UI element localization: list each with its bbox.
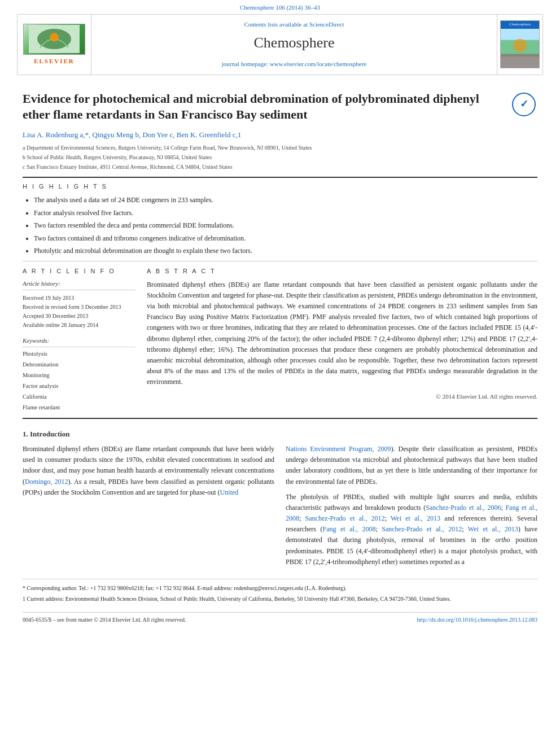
keyword-2: Debromination xyxy=(23,360,135,370)
article-title-text: Evidence for photochemical and microbial… xyxy=(23,91,479,122)
highlights-section: H I G H L I G H T S The analysis used a … xyxy=(23,182,537,256)
crossmark-icon: ✓ xyxy=(512,93,536,116)
highlights-divider xyxy=(23,261,537,261)
journal-header-center: Contents lists available at ScienceDirec… xyxy=(91,15,497,74)
highlight-item-4: Two factors contained di and tribromo co… xyxy=(34,233,537,244)
keyword-1: Photolysis xyxy=(23,349,135,360)
sanchez-prado-2006-ref[interactable]: Sanchez-Prado et al., 2006 xyxy=(426,504,501,512)
abstract-heading: A B S T R A C T xyxy=(147,267,537,276)
footnote-1-text: * Corresponding author. Tel.: +1 732 932… xyxy=(23,585,347,591)
abstract-col: A B S T R A C T Brominated diphenyl ethe… xyxy=(147,267,537,413)
keyword-6: Flame retardant xyxy=(23,403,135,413)
introduction-section: 1. Introduction Brominated diphenyl ethe… xyxy=(23,429,537,572)
svg-point-2 xyxy=(50,33,59,42)
highlight-item-2: Factor analysis resolved five factors. xyxy=(34,207,537,219)
journal-cover: Chemosphere xyxy=(497,15,542,74)
footnote-2-text: 1 Current address: Environmental Health … xyxy=(23,596,451,602)
abstract-divider xyxy=(23,418,537,419)
received-date: Received 19 July 2013 xyxy=(23,294,135,303)
elsevier-logo-area: ELSEVIER xyxy=(18,15,91,74)
journal-homepage-link[interactable]: journal homepage: www.elsevier.com/locat… xyxy=(222,60,366,68)
issn-line: 0045-6535/$ – see front matter © 2014 El… xyxy=(23,616,186,624)
affiliation-a: a Department of Environmental Sciences, … xyxy=(23,143,537,152)
body-left-col: Brominated diphenyl ethers (BDEs) are fl… xyxy=(23,444,274,572)
footnote-2: 1 Current address: Environmental Health … xyxy=(23,595,537,603)
aff-a-text: a Department of Environmental Sciences, … xyxy=(23,143,312,152)
affiliations: a Department of Environmental Sciences, … xyxy=(23,143,537,171)
keyword-3: Monitoring xyxy=(23,370,135,381)
available-online-date: Available online 28 January 2014 xyxy=(23,321,135,330)
intro-right-p2: The photolysis of PBDEs, studied with mu… xyxy=(286,492,537,567)
main-content: Evidence for photochemical and microbial… xyxy=(0,75,560,635)
authors-line: Lisa A. Rodenburg a,*, Qingyu Meng b, Do… xyxy=(23,130,537,140)
nations-env-ref[interactable]: Nations Environment Program, 2009 xyxy=(286,445,391,453)
aff-c-text: c San Francisco Estuary Institute, 4911 … xyxy=(23,163,233,171)
fang-2008-ref2[interactable]: Fang et al., 2008 xyxy=(323,525,376,533)
science-direct-text[interactable]: Contents lists available at ScienceDirec… xyxy=(244,20,344,29)
info-abstract-section: A R T I C L E I N F O Article history: R… xyxy=(23,267,537,413)
elsevier-image xyxy=(23,24,85,55)
svg-point-6 xyxy=(513,39,527,53)
abstract-text: Brominated diphenyl ethers (BDEs) are fl… xyxy=(147,279,537,388)
keywords-label: Keywords: xyxy=(23,337,135,347)
crossmark-badge[interactable]: ✓ xyxy=(510,91,537,118)
affiliation-c: c San Francisco Estuary Institute, 4911 … xyxy=(23,163,537,171)
body-right-col: Nations Environment Program, 2009). Desp… xyxy=(286,444,537,572)
copyright-line: © 2014 Elsevier Ltd. All rights reserved… xyxy=(147,392,537,401)
title-divider xyxy=(23,177,537,178)
elsevier-logo: ELSEVIER xyxy=(23,24,85,65)
received-revised-date: Received in revised form 3 December 2013 xyxy=(23,303,135,312)
keyword-5: California xyxy=(23,392,135,403)
intro-heading: 1. Introduction xyxy=(23,429,537,439)
wei-2013-ref2[interactable]: Wei et al., 2013 xyxy=(468,525,518,533)
affiliation-b: b School of Public Health, Rutgers Unive… xyxy=(23,153,537,161)
footnote-1: * Corresponding author. Tel.: +1 732 932… xyxy=(23,584,537,592)
journal-ref-text: Chemosphere 106 (2014) 36–43 xyxy=(240,4,320,11)
cover-label: Chemosphere xyxy=(501,21,539,29)
journal-cover-image: Chemosphere xyxy=(500,20,540,68)
united-nations-ref[interactable]: United xyxy=(220,488,239,496)
highlights-heading: H I G H L I G H T S xyxy=(23,182,537,191)
svg-rect-5 xyxy=(500,54,539,68)
domingo-ref[interactable]: Domingo, 2012 xyxy=(25,478,68,486)
keyword-4: Factor analysis xyxy=(23,381,135,392)
bottom-bar: 0045-6535/$ – see front matter © 2014 El… xyxy=(23,612,537,624)
body-two-col: Brominated diphenyl ethers (BDEs) are fl… xyxy=(23,444,537,572)
article-title-area: Evidence for photochemical and microbial… xyxy=(23,91,537,123)
elsevier-label: ELSEVIER xyxy=(34,57,75,65)
sanchez-prado-2012-ref2[interactable]: Sanchez-Prado et al., 2012 xyxy=(382,525,462,533)
aff-b-text: b School of Public Health, Rutgers Unive… xyxy=(23,153,212,161)
highlights-list: The analysis used a data set of 24 BDE c… xyxy=(23,194,537,256)
intro-left-p1: Brominated diphenyl ethers (BDEs) are fl… xyxy=(23,444,274,498)
highlight-item-3: Two factors resembled the deca and penta… xyxy=(34,220,537,231)
article-info-col: A R T I C L E I N F O Article history: R… xyxy=(23,267,135,413)
keywords-list: Photolysis Debromination Monitoring Fact… xyxy=(23,349,135,413)
footnotes-section: * Corresponding author. Tel.: +1 732 932… xyxy=(23,579,537,603)
doi-line[interactable]: http://dx.doi.org/10.1016/j.chemosphere.… xyxy=(417,616,537,624)
sanchez-prado-2012-ref[interactable]: Sanchez-Prado et al., 2012 xyxy=(305,514,385,522)
highlight-item-5: Photolytic and microbial debromination a… xyxy=(34,245,537,256)
authors-text: Lisa A. Rodenburg a,*, Qingyu Meng b, Do… xyxy=(23,130,241,139)
article-history-label: Article history: xyxy=(23,279,135,290)
wei-2013-ref[interactable]: Wei et al., 2013 xyxy=(391,514,440,522)
journal-title: Chemosphere xyxy=(254,33,335,53)
intro-right-p1: Nations Environment Program, 2009). Desp… xyxy=(286,444,537,487)
highlight-item-1: The analysis used a data set of 24 BDE c… xyxy=(34,194,537,206)
journal-reference: Chemosphere 106 (2014) 36–43 xyxy=(0,0,560,14)
article-info-heading: A R T I C L E I N F O xyxy=(23,267,135,276)
journal-header: ELSEVIER Contents lists available at Sci… xyxy=(17,14,543,75)
ortho-text: ortho xyxy=(496,536,510,544)
keywords-section: Keywords: Photolysis Debromination Monit… xyxy=(23,337,135,413)
accepted-date: Accepted 30 December 2013 xyxy=(23,312,135,321)
